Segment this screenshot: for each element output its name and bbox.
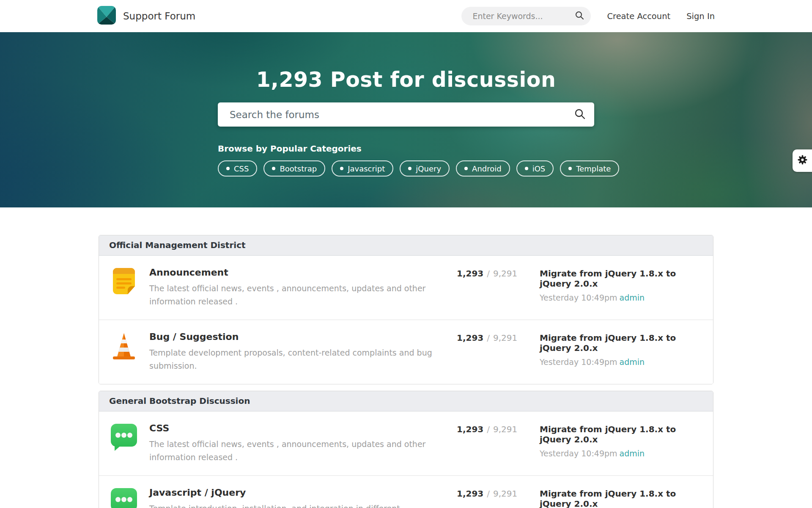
stats-separator: / xyxy=(487,333,490,343)
sign-in-link[interactable]: Sign In xyxy=(686,11,715,21)
cone-icon xyxy=(109,331,139,360)
forum-row[interactable]: CSS The latest official news, events , a… xyxy=(99,411,713,475)
latest-post: Migrate from jQuery 1.8.x to jQuery 2.0.… xyxy=(540,331,703,373)
latest-post-time: Yesterday 10:49pm xyxy=(540,449,617,458)
total-count: 9,291 xyxy=(493,268,517,279)
forum-stats: 1,293/9,291 xyxy=(457,486,540,508)
category-pill-label: Android xyxy=(472,164,502,173)
latest-post-author[interactable]: admin xyxy=(620,293,645,302)
note-icon xyxy=(109,266,139,296)
bullet-icon xyxy=(525,167,528,170)
forum-row[interactable]: Announcement The latest official news, e… xyxy=(99,256,713,320)
latest-post-author[interactable]: admin xyxy=(620,449,645,458)
forum-stats: 1,293/9,291 xyxy=(457,331,540,373)
navbar-search-input[interactable] xyxy=(472,11,575,21)
total-count: 9,291 xyxy=(493,333,517,343)
latest-post-title[interactable]: Migrate from jQuery 1.8.x to jQuery 2.0.… xyxy=(540,424,703,444)
forum-description: Template introduction, installation, and… xyxy=(149,502,433,508)
top-navbar: Support Forum Create Account Sign In xyxy=(0,0,812,32)
latest-post-title[interactable]: Migrate from jQuery 1.8.x to jQuery 2.0.… xyxy=(540,268,703,289)
forum-row[interactable]: Javascript / jQuery Template introductio… xyxy=(99,475,713,508)
bullet-icon xyxy=(568,167,572,170)
latest-post-title[interactable]: Migrate from jQuery 1.8.x to jQuery 2.0.… xyxy=(540,333,703,353)
posts-count: 1,293 xyxy=(457,268,483,279)
gear-icon xyxy=(797,154,808,167)
latest-post: Migrate from jQuery 1.8.x to jQuery 2.0.… xyxy=(540,266,703,308)
stats-separator: / xyxy=(487,424,490,434)
stats-separator: / xyxy=(487,268,490,279)
forum-stats: 1,293/9,291 xyxy=(457,422,540,464)
category-pill-label: Template xyxy=(576,164,611,173)
forum-description: The latest official news, events , annou… xyxy=(149,438,433,464)
chat-icon xyxy=(109,486,139,508)
search-icon[interactable] xyxy=(575,11,584,22)
posts-count: 1,293 xyxy=(457,424,483,434)
bullet-icon xyxy=(340,167,343,170)
brand[interactable]: Support Forum xyxy=(97,6,195,26)
latest-post-time: Yesterday 10:49pm xyxy=(540,357,617,367)
category-pill-label: Bootstrap xyxy=(280,164,317,173)
posts-count: 1,293 xyxy=(457,489,483,499)
forum-title-link[interactable]: Bug / Suggestion xyxy=(149,331,457,342)
total-count: 9,291 xyxy=(493,424,517,434)
forum-description: The latest official news, events , annou… xyxy=(149,282,433,308)
forum-logo-icon xyxy=(97,6,116,26)
category-pill[interactable]: iOS xyxy=(516,160,554,177)
category-pill-label: Javascript xyxy=(348,164,385,173)
forum-stats: 1,293/9,291 xyxy=(457,266,540,308)
category-pill[interactable]: CSS xyxy=(218,160,257,177)
category-pill-label: iOS xyxy=(532,164,546,173)
section-title: Official Management District xyxy=(109,240,246,250)
category-pill-label: CSS xyxy=(234,164,249,173)
forum-section: General Bootstrap Discussion CSS The lat… xyxy=(99,391,713,508)
category-pill[interactable]: Android xyxy=(456,160,510,177)
stats-separator: / xyxy=(487,489,490,499)
total-count: 9,291 xyxy=(493,489,517,499)
section-header: General Bootstrap Discussion xyxy=(99,391,713,411)
search-icon[interactable] xyxy=(574,108,586,121)
latest-post: Migrate from jQuery 1.8.x to jQuery 2.0.… xyxy=(540,486,703,508)
forum-description: Template development proposals, content-… xyxy=(149,346,433,373)
category-pill[interactable]: Bootstrap xyxy=(263,160,325,177)
forum-sections: Official Management District Announcemen… xyxy=(99,235,713,508)
navbar-search[interactable] xyxy=(461,7,591,25)
hero-banner: 1,293 Post for discussion Browse by Popu… xyxy=(0,32,812,207)
create-account-link[interactable]: Create Account xyxy=(607,11,670,21)
category-pill[interactable]: Template xyxy=(560,160,619,177)
settings-gear-button[interactable] xyxy=(793,149,812,172)
bullet-icon xyxy=(408,167,411,170)
bullet-icon xyxy=(272,167,275,170)
bullet-icon xyxy=(464,167,468,170)
category-pill[interactable]: Javascript xyxy=(332,160,393,177)
forum-title-link[interactable]: Javascript / jQuery xyxy=(149,487,457,498)
section-title: General Bootstrap Discussion xyxy=(109,396,250,406)
forum-search[interactable] xyxy=(218,102,594,127)
latest-post: Migrate from jQuery 1.8.x to jQuery 2.0.… xyxy=(540,422,703,464)
latest-post-time: Yesterday 10:49pm xyxy=(540,293,617,302)
category-pill[interactable]: jQuery xyxy=(400,160,450,177)
forum-search-input[interactable] xyxy=(229,109,574,121)
latest-post-author[interactable]: admin xyxy=(620,357,645,367)
forum-row[interactable]: Bug / Suggestion Template development pr… xyxy=(99,320,713,384)
browse-categories-label: Browse by Popular Categories xyxy=(218,144,594,154)
forum-section: Official Management District Announcemen… xyxy=(99,235,713,384)
posts-count: 1,293 xyxy=(457,333,483,343)
latest-post-title[interactable]: Migrate from jQuery 1.8.x to jQuery 2.0.… xyxy=(540,489,703,508)
forum-title-link[interactable]: Announcement xyxy=(149,267,457,278)
bullet-icon xyxy=(226,167,230,170)
hero-title: 1,293 Post for discussion xyxy=(218,67,594,93)
chat-icon xyxy=(109,422,139,452)
category-pill-label: jQuery xyxy=(416,164,441,173)
brand-title: Support Forum xyxy=(123,11,195,22)
section-header: Official Management District xyxy=(99,235,713,256)
forum-title-link[interactable]: CSS xyxy=(149,423,457,433)
category-pills: CSSBootstrapJavascriptjQueryAndroidiOSTe… xyxy=(218,160,594,177)
